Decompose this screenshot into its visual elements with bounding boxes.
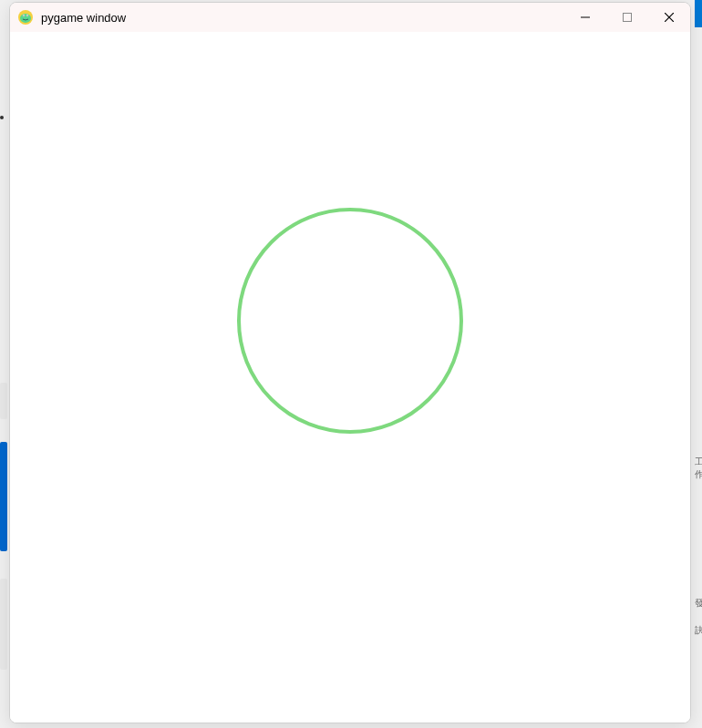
minimize-button[interactable] [564,3,606,32]
bg-text-3: 訣 [695,624,702,637]
window-title: pygame window [41,11,564,25]
bg-element-gray2 [0,579,7,670]
minimize-icon [581,13,590,22]
maximize-button[interactable] [606,3,648,32]
pygame-window: pygame window [9,2,691,723]
window-controls [564,3,690,32]
canvas-drawing [10,32,690,723]
bg-element-gray1 [0,383,7,419]
bg-element-top [695,0,702,27]
window-titlebar[interactable]: pygame window [10,3,690,32]
bg-element-blue [0,442,7,551]
maximize-icon [623,13,632,22]
bg-text-2: 發 [695,597,702,610]
close-button[interactable] [648,3,690,32]
close-icon [665,13,674,22]
bg-dot [0,116,4,119]
green-circle [239,210,461,432]
svg-point-1 [20,14,31,23]
svg-point-5 [26,15,27,15]
svg-point-4 [23,15,24,15]
svg-rect-7 [624,14,632,22]
pygame-snake-icon [17,9,34,26]
pygame-canvas[interactable] [10,32,690,723]
bg-text-1: 工作 [695,456,702,481]
